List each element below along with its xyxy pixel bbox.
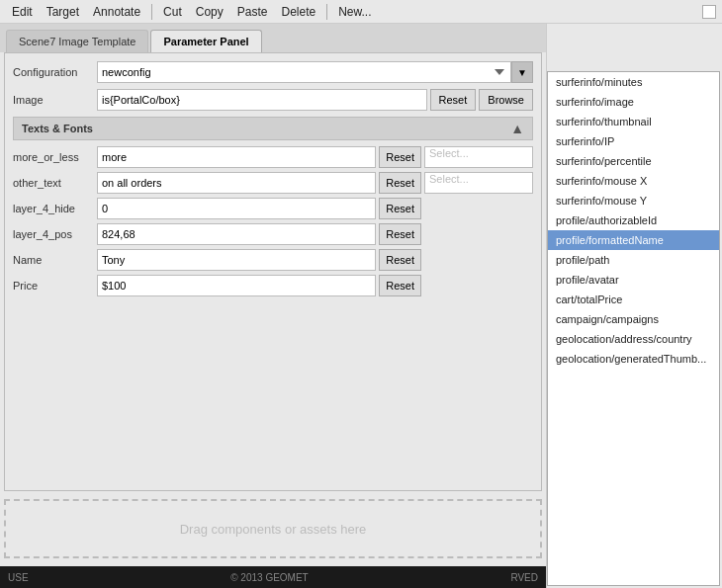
left-panel: Scene7 Image Template Parameter Panel Co… bbox=[0, 24, 547, 588]
param-label-layer_4_hide: layer_4_hide bbox=[13, 203, 97, 214]
footer-center: © 2013 GEOMET bbox=[230, 572, 309, 583]
dropdown-list-item-0[interactable]: surferinfo/minutes bbox=[548, 72, 719, 92]
param-reset-button-1[interactable]: Reset bbox=[379, 172, 421, 194]
image-row: Image Reset Browse bbox=[13, 89, 533, 111]
image-label: Image bbox=[13, 94, 97, 106]
dropdown-list-panel: surferinfo/minutessurferinfo/imagesurfer… bbox=[547, 71, 720, 586]
param-row: PriceReset bbox=[13, 275, 533, 296]
dropdown-list-item-2[interactable]: surferinfo/thumbnail bbox=[548, 112, 719, 131]
drag-area: Drag components or assets here bbox=[4, 499, 542, 558]
tab-scene7[interactable]: Scene7 Image Template bbox=[6, 30, 148, 52]
drag-area-label: Drag components or assets here bbox=[180, 522, 367, 537]
dropdown-list-item-7[interactable]: profile/authorizableId bbox=[548, 210, 719, 230]
dropdown-list-item-13[interactable]: geolocation/address/country bbox=[548, 329, 719, 349]
dropdown-list-item-5[interactable]: surferinfo/mouse X bbox=[548, 171, 719, 191]
menu-annotate[interactable]: Annotate bbox=[87, 3, 146, 21]
param-reset-button-2[interactable]: Reset bbox=[379, 198, 421, 219]
param-row: NameReset bbox=[13, 249, 533, 271]
param-row: layer_4_posReset bbox=[13, 223, 533, 245]
footer: USE © 2013 GEOMET RVED bbox=[0, 566, 546, 588]
dropdown-list-item-6[interactable]: surferinfo/mouse Y bbox=[548, 191, 719, 210]
menu-cut[interactable]: Cut bbox=[157, 3, 188, 21]
param-input-name[interactable] bbox=[97, 249, 376, 271]
param-input-layer_4_hide[interactable] bbox=[97, 198, 376, 219]
param-input-more_or_less[interactable] bbox=[97, 146, 376, 168]
menu-separator-2 bbox=[326, 4, 327, 20]
tab-parameter[interactable]: Parameter Panel bbox=[150, 30, 261, 52]
texts-fonts-header: Texts & Fonts ▲ bbox=[13, 117, 533, 140]
dropdown-list-item-11[interactable]: cart/totalPrice bbox=[548, 290, 719, 309]
section-expand-icon[interactable]: ▲ bbox=[510, 121, 524, 136]
dropdown-list-item-4[interactable]: surferinfo/percentile bbox=[548, 151, 719, 171]
menu-target[interactable]: Target bbox=[41, 3, 85, 21]
param-row: layer_4_hideReset bbox=[13, 198, 533, 219]
tabs-container: Scene7 Image Template Parameter Panel bbox=[0, 24, 546, 52]
configuration-row: Configuration newconfig ▼ bbox=[13, 61, 533, 83]
texts-fonts-label: Texts & Fonts bbox=[22, 123, 93, 134]
image-browse-button[interactable]: Browse bbox=[479, 89, 533, 111]
param-label-name: Name bbox=[13, 254, 97, 266]
dropdown-list-item-10[interactable]: profile/avatar bbox=[548, 270, 719, 290]
param-input-layer_4_pos[interactable] bbox=[97, 223, 376, 245]
configuration-label: Configuration bbox=[13, 66, 97, 78]
menu-paste[interactable]: Paste bbox=[231, 3, 274, 21]
image-reset-button[interactable]: Reset bbox=[430, 89, 477, 111]
dropdown-list-item-8[interactable]: profile/formattedName bbox=[548, 230, 719, 250]
param-input-price[interactable] bbox=[97, 275, 376, 296]
param-row: more_or_lessResetSelect... bbox=[13, 146, 533, 168]
param-label-other_text: other_text bbox=[13, 177, 97, 189]
param-reset-button-5[interactable]: Reset bbox=[379, 275, 421, 296]
dropdown-list-item-14[interactable]: geolocation/generatedThumb... bbox=[548, 349, 719, 369]
dropdown-list-item-12[interactable]: campaign/campaigns bbox=[548, 309, 719, 329]
config-dropdown-arrow[interactable]: ▼ bbox=[511, 61, 533, 83]
menu-bar: Edit Target Annotate Cut Copy Paste Dele… bbox=[0, 0, 722, 24]
param-label-price: Price bbox=[13, 280, 97, 292]
menu-delete[interactable]: Delete bbox=[275, 3, 321, 21]
panel-content: Configuration newconfig ▼ Image Reset Br… bbox=[4, 52, 542, 491]
configuration-select[interactable]: newconfig bbox=[97, 61, 511, 83]
param-label-layer_4_pos: layer_4_pos bbox=[13, 228, 97, 240]
footer-left: USE bbox=[8, 572, 29, 583]
param-row: other_textResetSelect... bbox=[13, 172, 533, 194]
param-label-more_or_less: more_or_less bbox=[13, 151, 97, 163]
param-rows-container: more_or_lessResetSelect...other_textRese… bbox=[13, 146, 533, 296]
menu-new[interactable]: New... bbox=[332, 3, 377, 21]
param-reset-button-0[interactable]: Reset bbox=[379, 146, 421, 168]
param-reset-button-3[interactable]: Reset bbox=[379, 223, 421, 245]
footer-right: RVED bbox=[510, 572, 538, 583]
dropdown-list-item-3[interactable]: surferinfo/IP bbox=[548, 131, 719, 151]
param-input-other_text[interactable] bbox=[97, 172, 376, 194]
param-reset-button-4[interactable]: Reset bbox=[379, 249, 421, 271]
menu-bar-right bbox=[702, 5, 716, 19]
dropdown-list-item-9[interactable]: profile/path bbox=[548, 250, 719, 270]
dropdown-list-item-1[interactable]: surferinfo/image bbox=[548, 92, 719, 112]
image-input[interactable] bbox=[97, 89, 427, 111]
param-select-1[interactable]: Select... bbox=[424, 172, 533, 194]
window-checkbox[interactable] bbox=[702, 5, 716, 19]
param-select-0[interactable]: Select... bbox=[424, 146, 533, 168]
menu-copy[interactable]: Copy bbox=[190, 3, 229, 21]
menu-separator-1 bbox=[151, 4, 152, 20]
main-area: Scene7 Image Template Parameter Panel Co… bbox=[0, 24, 722, 588]
menu-edit[interactable]: Edit bbox=[6, 3, 39, 21]
